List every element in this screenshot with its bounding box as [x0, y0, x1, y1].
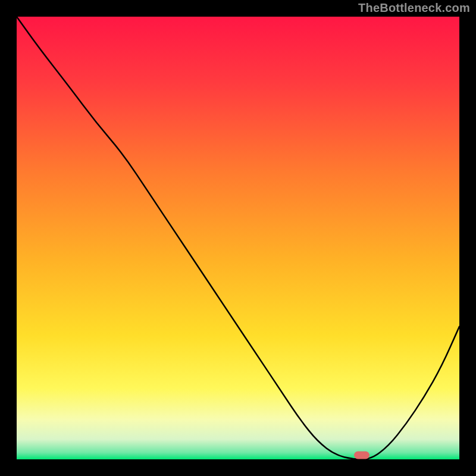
- watermark-text: TheBottleneck.com: [358, 1, 470, 15]
- chart-stage: TheBottleneck.com: [0, 0, 476, 476]
- plot-area: [17, 17, 459, 459]
- bottleneck-curve: [17, 17, 459, 459]
- optimal-marker: [354, 451, 369, 459]
